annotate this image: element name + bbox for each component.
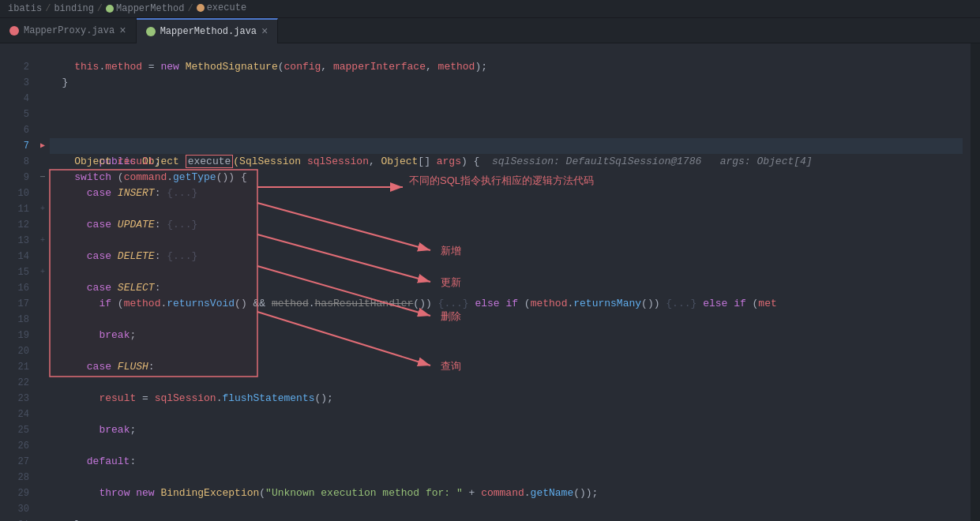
line-num: 5 <box>0 107 29 122</box>
line-num: 26 <box>0 438 29 454</box>
gutter-fold <box>36 43 50 59</box>
code-line: default: <box>50 454 963 470</box>
breadcrumb-part: binding <box>54 3 93 14</box>
gutter-fold <box>36 517 50 521</box>
code-line: case FLUSH: <box>50 359 963 375</box>
gutter-fold <box>36 391 50 407</box>
line-num: 21 <box>0 359 29 375</box>
line-num: 25 <box>0 422 29 438</box>
code-line: this.method = new MethodSignature(config… <box>50 59 963 75</box>
line-num: 7 <box>0 138 29 154</box>
tab-bar: MapperProxy.java × MapperMethod.java × <box>0 18 980 43</box>
gutter-fold <box>36 122 50 138</box>
line-num: 17 <box>0 296 29 312</box>
tab-close[interactable]: × <box>261 26 268 37</box>
gutter-fold <box>36 280 50 296</box>
tab-mapper-proxy[interactable]: MapperProxy.java × <box>0 18 137 43</box>
gutter-fold <box>36 359 50 375</box>
code-line: public Object execute(SqlSession sqlSess… <box>50 138 963 154</box>
code-line: break; <box>50 422 963 438</box>
gutter-breakpoint[interactable]: ▶ <box>36 138 50 154</box>
code-line <box>50 375 963 391</box>
gutter-fold <box>36 186 50 201</box>
line-num: 28 <box>0 470 29 485</box>
gutter-fold <box>36 470 50 485</box>
breadcrumb-part: ibatis <box>8 3 42 14</box>
line-num: 14 <box>0 249 29 264</box>
gutter-fold <box>36 154 50 170</box>
breadcrumb-sep: / <box>97 3 103 14</box>
gutter-fold <box>36 422 50 438</box>
gutter-fold <box>36 312 50 328</box>
line-num <box>0 43 29 59</box>
code-line <box>50 233 963 249</box>
line-num: 12 <box>0 217 29 233</box>
line-num: 24 <box>0 407 29 422</box>
line-num: 4 <box>0 91 29 107</box>
line-num: 31 <box>0 517 29 521</box>
line-num: 9 <box>0 170 29 186</box>
line-num: 27 <box>0 454 29 470</box>
gutter-fold <box>36 107 50 122</box>
code-line <box>50 43 963 59</box>
line-num: 20 <box>0 343 29 359</box>
code-line: case SELECT: <box>50 280 963 296</box>
code-line: switch (command.getType()) { <box>50 170 963 186</box>
tab-close[interactable]: × <box>119 25 126 36</box>
line-num: 6 <box>0 122 29 138</box>
code-line: case UPDATE: {...} <box>50 217 963 233</box>
code-line <box>50 91 963 107</box>
code-line <box>50 201 963 217</box>
scrollbar[interactable] <box>971 43 980 521</box>
code-text[interactable]: this.method = new MethodSignature(config… <box>50 43 971 521</box>
breadcrumb: ibatis / binding / MapperMethod / execut… <box>0 0 980 18</box>
gutter-fold <box>36 249 50 264</box>
line-num: 15 <box>0 264 29 280</box>
code-line <box>50 343 963 359</box>
code-line: break; <box>50 328 963 343</box>
line-num: 19 <box>0 328 29 343</box>
code-line <box>50 407 963 422</box>
line-num: 13 <box>0 233 29 249</box>
code-line: case DELETE: {...} <box>50 249 963 264</box>
breadcrumb-part: MapperMethod <box>106 3 184 14</box>
gutter-fold <box>36 454 50 470</box>
line-num: 10 <box>0 186 29 201</box>
tab-label: MapperProxy.java <box>24 25 115 36</box>
breadcrumb-sep: / <box>45 3 51 14</box>
line-numbers: 2 3 4 5 6 7 8 9 10 11 12 13 14 15 16 17 … <box>0 43 36 521</box>
line-num: 29 <box>0 485 29 501</box>
gutter-fold <box>36 438 50 454</box>
gutter-fold <box>36 217 50 233</box>
code-line: result = sqlSession.flushStatements(); <box>50 391 963 407</box>
code-line: throw new BindingException("Unknown exec… <box>50 485 963 501</box>
line-num: 2 <box>0 59 29 75</box>
line-num: 23 <box>0 391 29 407</box>
code-line <box>50 312 963 328</box>
code-line: if (method.returnsVoid() && method.hasRe… <box>50 296 963 312</box>
gutter-fold: + <box>36 264 50 280</box>
gutter-fold <box>36 59 50 75</box>
code-line: Object result; <box>50 154 963 170</box>
code-line <box>50 264 963 280</box>
breadcrumb-sep: / <box>187 3 193 14</box>
gutter-fold <box>36 343 50 359</box>
gutter-fold <box>36 296 50 312</box>
line-num: 3 <box>0 75 29 91</box>
gutter-fold: + <box>36 233 50 249</box>
code-line <box>50 107 963 122</box>
code-line <box>50 438 963 454</box>
line-num: 30 <box>0 501 29 517</box>
tab-mapper-method[interactable]: MapperMethod.java × <box>137 18 279 43</box>
gutter-fold <box>36 91 50 107</box>
code-editor: 2 3 4 5 6 7 8 9 10 11 12 13 14 15 16 17 … <box>0 43 980 521</box>
gutter: ▶ ─ + + + <box>36 43 50 521</box>
tab-icon <box>146 27 156 36</box>
gutter-fold: + <box>36 201 50 217</box>
tab-icon <box>9 26 19 36</box>
gutter-fold <box>36 485 50 501</box>
line-num: 16 <box>0 280 29 296</box>
gutter-fold <box>36 328 50 343</box>
gutter-fold: ─ <box>36 170 50 186</box>
line-num: 11 <box>0 201 29 217</box>
